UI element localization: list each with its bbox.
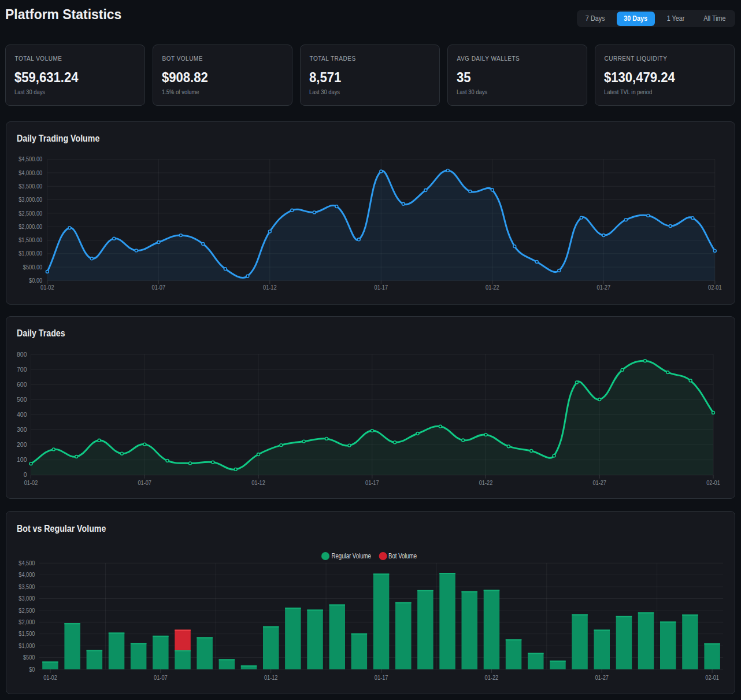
svg-text:01-02: 01-02	[24, 480, 38, 487]
svg-text:01-27: 01-27	[592, 480, 606, 487]
svg-text:700: 700	[16, 365, 27, 372]
svg-text:$2,000.00: $2,000.00	[18, 223, 43, 230]
svg-text:$4,500: $4,500	[18, 560, 35, 566]
svg-text:01-12: 01-12	[262, 284, 276, 291]
svg-text:01-22: 01-22	[484, 674, 498, 681]
svg-text:01-22: 01-22	[485, 284, 499, 291]
svg-text:800: 800	[16, 350, 27, 357]
svg-text:01-07: 01-07	[154, 674, 168, 681]
svg-text:$0.00: $0.00	[29, 277, 43, 284]
svg-text:01-12: 01-12	[264, 674, 277, 681]
svg-text:$4,000.00: $4,000.00	[18, 169, 43, 176]
svg-text:$3,000: $3,000	[18, 595, 35, 602]
svg-text:$4,000: $4,000	[18, 572, 35, 579]
svg-text:01-07: 01-07	[138, 480, 151, 487]
svg-text:400: 400	[16, 411, 27, 418]
svg-text:01-22: 01-22	[479, 480, 492, 487]
svg-text:100: 100	[16, 456, 27, 463]
svg-text:Bot Volume: Bot Volume	[388, 552, 417, 560]
svg-text:02-01: 02-01	[706, 480, 720, 487]
svg-text:$4,500.00: $4,500.00	[18, 155, 43, 162]
svg-text:01-02: 01-02	[40, 284, 54, 291]
svg-text:$2,500.00: $2,500.00	[18, 210, 43, 217]
svg-text:Regular Volume: Regular Volume	[331, 552, 370, 560]
svg-text:02-01: 02-01	[707, 284, 721, 291]
svg-text:01-02: 01-02	[43, 674, 57, 681]
svg-text:01-07: 01-07	[151, 284, 165, 291]
svg-text:600: 600	[16, 381, 27, 388]
svg-text:$2,000: $2,000	[18, 618, 35, 625]
svg-text:$0: $0	[29, 666, 35, 673]
svg-text:$1,000: $1,000	[18, 642, 35, 649]
svg-text:01-17: 01-17	[374, 674, 388, 681]
svg-text:01-12: 01-12	[251, 480, 265, 487]
svg-text:300: 300	[16, 426, 27, 433]
svg-text:$500.00: $500.00	[23, 264, 42, 271]
svg-text:$3,500.00: $3,500.00	[18, 183, 43, 190]
svg-text:$1,000.00: $1,000.00	[18, 250, 43, 257]
svg-text:02-01: 02-01	[705, 674, 719, 681]
svg-text:01-27: 01-27	[595, 674, 609, 681]
svg-text:01-27: 01-27	[596, 284, 610, 291]
svg-text:500: 500	[16, 396, 27, 403]
svg-text:$3,000.00: $3,000.00	[18, 196, 43, 203]
svg-text:$3,500: $3,500	[18, 583, 35, 590]
svg-text:$2,500: $2,500	[18, 607, 35, 614]
svg-text:$1,500.00: $1,500.00	[18, 236, 43, 243]
svg-text:$500: $500	[23, 654, 35, 661]
svg-text:200: 200	[16, 441, 27, 448]
svg-text:01-17: 01-17	[374, 284, 388, 291]
svg-text:$1,500: $1,500	[18, 631, 35, 638]
svg-text:0: 0	[23, 471, 27, 478]
svg-text:01-17: 01-17	[365, 480, 379, 487]
